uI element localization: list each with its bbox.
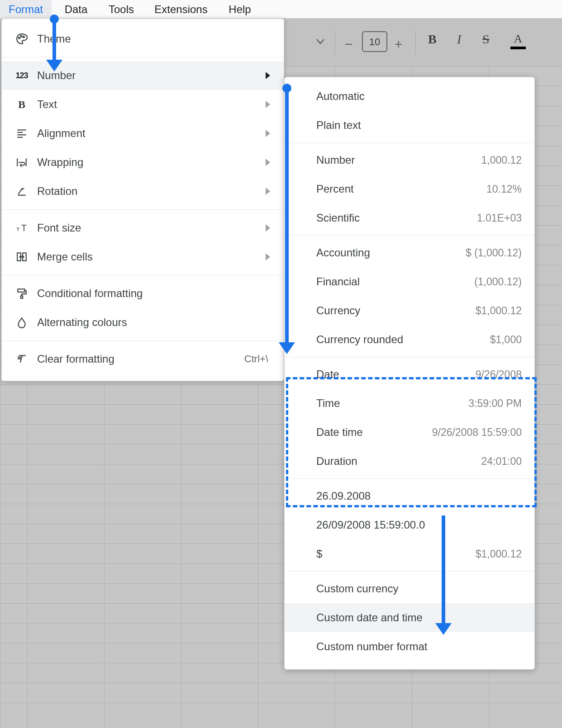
font-size-icon: ᴛT [13, 213, 31, 242]
text-color-button[interactable]: A [510, 32, 526, 52]
menu-example: 1.01E+03 [477, 203, 522, 232]
format-menu-theme[interactable]: Theme [2, 24, 284, 53]
number-menu-date-time[interactable]: Date time 9/26/2008 15:59:00 [285, 418, 534, 447]
italic-button[interactable]: I [457, 32, 461, 52]
svg-text:T: T [21, 223, 27, 233]
toolbar-separator [335, 30, 335, 56]
menu-example: (1,000.12) [474, 267, 522, 296]
format-menu-clear-formatting[interactable]: Clear formatting Ctrl+\ [2, 345, 284, 373]
format-menu-conditional-formatting[interactable]: Conditional formatting [2, 279, 284, 308]
submenu-arrow-icon [266, 224, 270, 232]
menu-label: Scientific [316, 203, 360, 232]
bold-button[interactable]: B [428, 32, 437, 52]
svg-point-0 [19, 37, 20, 38]
menu-divider [2, 57, 284, 57]
format-menu-alternating-colours[interactable]: Alternating colours [2, 308, 284, 337]
menu-label: Time [316, 389, 340, 418]
menu-label: Duration [316, 447, 357, 476]
menu-label: Text [37, 90, 57, 119]
menu-label: Theme [37, 24, 71, 53]
format-menu-rotation[interactable]: Rotation [2, 177, 284, 206]
menu-label: Alternating colours [37, 308, 127, 337]
font-size-decrease[interactable]: − [345, 37, 353, 57]
number-menu-dollar[interactable]: $ $1,000.12 [285, 539, 534, 568]
caret-down-icon [316, 38, 325, 45]
number-menu-currency-rounded[interactable]: Currency rounded $1,000 [285, 325, 534, 354]
menu-shortcut: Ctrl+\ [244, 345, 268, 373]
submenu-arrow-icon [266, 159, 270, 166]
format-menu-text[interactable]: B Text [2, 90, 284, 119]
number-menu-currency[interactable]: Currency $1,000.12 [285, 296, 534, 325]
menu-label: Number [37, 61, 76, 90]
menu-example: 9/26/2008 [476, 360, 522, 389]
menu-label: Date [316, 360, 339, 389]
menu-example: $1,000 [490, 325, 522, 354]
number-submenu: Automatic Plain text Number 1,000.12 Per… [284, 77, 535, 670]
wrap-text-icon [13, 148, 31, 177]
menu-label: Conditional formatting [37, 279, 143, 308]
svg-point-2 [23, 36, 24, 38]
menu-example: 3:59:00 PM [468, 389, 522, 418]
font-size-input[interactable]: 10 [362, 31, 387, 52]
menu-label: Alignment [37, 119, 86, 148]
strikethrough-button[interactable]: S [482, 32, 490, 52]
number-menu-number[interactable]: Number 1,000.12 [285, 146, 534, 175]
format-menu-wrapping[interactable]: Wrapping [2, 148, 284, 177]
menubar-item-help[interactable]: Help [222, 0, 258, 19]
palette-icon [13, 24, 31, 53]
menubar-item-extensions[interactable]: Extensions [147, 0, 215, 19]
menu-example: 24:01:00 [481, 447, 522, 476]
format-menu: Theme 123 Number B Text Alignment Wrappi… [1, 19, 284, 381]
menubar-item-format[interactable]: Format [0, 0, 52, 19]
menu-label: Custom date and time [316, 603, 423, 632]
number-menu-automatic[interactable]: Automatic [285, 82, 534, 111]
menu-example: $1,000.12 [476, 296, 522, 325]
menu-divider [285, 357, 534, 357]
number-menu-scientific[interactable]: Scientific 1.01E+03 [285, 203, 534, 232]
submenu-arrow-icon [266, 101, 270, 108]
paint-roller-icon [13, 279, 31, 308]
number-menu-financial[interactable]: Financial (1,000.12) [285, 267, 534, 296]
menu-label: Clear formatting [37, 345, 114, 373]
menubar-item-tools[interactable]: Tools [103, 0, 139, 19]
menu-divider [285, 235, 534, 236]
toolbar-more-dropdown[interactable] [316, 38, 325, 58]
format-menu-number[interactable]: 123 Number [2, 61, 284, 90]
font-size-increase[interactable]: + [395, 37, 403, 57]
number-menu-custom-currency[interactable]: Custom currency [285, 574, 534, 603]
menu-label: $ [316, 539, 322, 568]
merge-cells-icon [13, 242, 31, 271]
svg-point-1 [20, 36, 22, 37]
menu-divider [2, 340, 284, 341]
menu-example: 1,000.12 [481, 146, 522, 175]
number-menu-duration[interactable]: Duration 24:01:00 [285, 447, 534, 476]
number-menu-custom-number-format[interactable]: Custom number format [285, 632, 534, 661]
number-menu-time[interactable]: Time 3:59:00 PM [285, 389, 534, 418]
menu-label: Merge cells [37, 242, 93, 271]
number-menu-plain-text[interactable]: Plain text [285, 111, 534, 140]
menu-label: Currency rounded [316, 325, 403, 354]
menu-label: Date time [316, 418, 363, 447]
number-menu-custom-dateformat-1[interactable]: 26.09.2008 [285, 482, 534, 511]
format-menu-alignment[interactable]: Alignment [2, 119, 284, 148]
format-menu-merge-cells[interactable]: Merge cells [2, 242, 284, 271]
format-menu-font-size[interactable]: ᴛT Font size [2, 213, 284, 242]
number-menu-date[interactable]: Date 9/26/2008 [285, 360, 534, 389]
menu-label: Font size [37, 213, 81, 242]
svg-text:ᴛ: ᴛ [16, 226, 20, 232]
number-menu-custom-date-time[interactable]: Custom date and time [285, 603, 534, 632]
submenu-arrow-icon [266, 188, 270, 195]
menu-label: Financial [316, 267, 360, 296]
number-menu-accounting[interactable]: Accounting $ (1,000.12) [285, 238, 534, 267]
menu-label: Currency [316, 296, 360, 325]
menu-divider [285, 571, 534, 572]
menubar-item-data[interactable]: Data [58, 0, 94, 19]
number-menu-custom-dateformat-2[interactable]: 26/09/2008 15:59:00.0 [285, 511, 534, 539]
menu-label: Custom number format [316, 632, 427, 661]
menu-divider [2, 209, 284, 210]
svg-rect-15 [21, 296, 23, 298]
menu-divider [285, 142, 534, 143]
rotation-icon [13, 177, 31, 206]
menu-example: 10.12% [486, 175, 522, 203]
number-menu-percent[interactable]: Percent 10.12% [285, 175, 534, 203]
